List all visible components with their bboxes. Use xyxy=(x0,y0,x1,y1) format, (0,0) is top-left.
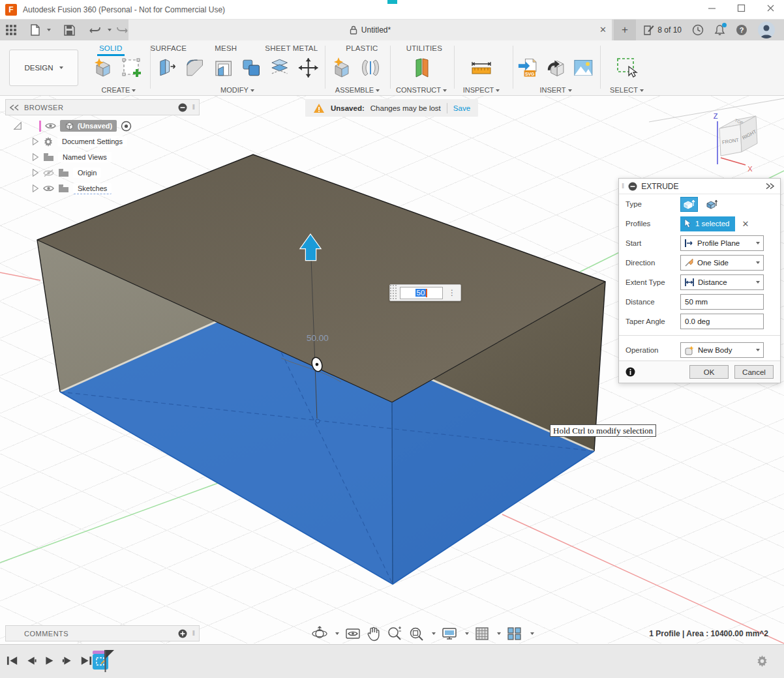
tab-utilities[interactable]: UTILITIES xyxy=(406,44,442,56)
timeline-position-marker[interactable] xyxy=(104,650,115,676)
comments-header[interactable]: COMMENTS ‖ xyxy=(5,625,200,641)
tab-mesh[interactable]: MESH xyxy=(215,44,237,56)
add-comment-icon[interactable] xyxy=(178,629,187,638)
dialog-collapse-icon[interactable] xyxy=(628,182,637,191)
fit-icon[interactable] xyxy=(408,626,424,641)
collapse-left-icon[interactable] xyxy=(10,104,19,111)
timeline-go-to-start-button[interactable] xyxy=(7,655,18,666)
minimize-button[interactable] xyxy=(706,3,717,14)
type-extrude-solid-button[interactable] xyxy=(680,197,698,212)
orbit-icon[interactable] xyxy=(312,626,327,641)
look-at-icon[interactable] xyxy=(345,626,361,641)
app-grid-icon[interactable] xyxy=(5,24,17,36)
insert-canvas-icon[interactable] xyxy=(572,56,595,80)
dimension-input[interactable]: 50 xyxy=(400,287,443,299)
taper-angle-input[interactable]: 0.0 deg xyxy=(680,314,764,329)
timeline-go-to-end-button[interactable] xyxy=(80,655,92,666)
job-status-clock-icon[interactable] xyxy=(692,24,704,36)
help-icon[interactable]: ? xyxy=(736,24,747,36)
fit-caret[interactable] xyxy=(432,632,436,635)
group-assemble[interactable]: ASSEMBLE xyxy=(330,86,385,94)
browser-item-document-settings[interactable]: Document Settings xyxy=(5,134,200,149)
new-tab-button[interactable]: + xyxy=(614,20,636,40)
root-document-item[interactable]: (Unsaved) xyxy=(60,120,117,132)
profiles-selected-badge[interactable]: 1 selected xyxy=(680,216,735,231)
activate-radio-icon[interactable] xyxy=(121,121,132,132)
group-inspect[interactable]: INSPECT xyxy=(457,86,506,94)
version-indicator[interactable]: 8 of 10 xyxy=(643,25,682,36)
display-settings-icon[interactable] xyxy=(442,626,457,641)
grid-caret[interactable] xyxy=(497,632,501,635)
offset-face-icon[interactable] xyxy=(268,56,291,80)
visibility-eye-icon[interactable] xyxy=(45,122,56,130)
user-avatar[interactable] xyxy=(758,22,775,38)
create-sketch-icon[interactable] xyxy=(120,56,143,80)
operation-dropdown[interactable]: New Body xyxy=(680,342,764,358)
browser-root-row[interactable]: (Unsaved) xyxy=(5,118,200,134)
viewports-icon[interactable] xyxy=(507,626,522,641)
maximize-button[interactable] xyxy=(736,3,747,14)
fillet-icon[interactable] xyxy=(183,56,206,80)
undo-caret[interactable] xyxy=(108,29,112,31)
panel-grip[interactable]: ‖ xyxy=(192,104,195,111)
timeline-play-button[interactable] xyxy=(44,655,55,666)
distance-input[interactable]: 50 mm xyxy=(680,294,764,310)
construct-plane-icon[interactable] xyxy=(410,56,433,80)
document-tab[interactable]: Untitled* ✕ xyxy=(128,20,612,40)
ok-button[interactable]: OK xyxy=(689,365,729,379)
close-button[interactable] xyxy=(765,3,776,14)
group-modify[interactable]: MODIFY xyxy=(155,86,320,94)
expand-arrow-icon[interactable] xyxy=(31,168,39,177)
expand-arrow-icon[interactable] xyxy=(31,184,39,193)
extent-type-dropdown[interactable]: Distance xyxy=(680,274,764,290)
group-create[interactable]: CREATE xyxy=(91,86,146,94)
press-pull-icon[interactable] xyxy=(155,56,178,80)
insert-mesh-icon[interactable] xyxy=(545,56,567,80)
pan-icon[interactable] xyxy=(367,626,381,641)
new-component-icon[interactable] xyxy=(330,56,354,80)
browser-item-origin[interactable]: Origin xyxy=(5,165,200,181)
undo-icon[interactable] xyxy=(89,25,101,35)
cancel-button[interactable]: Cancel xyxy=(734,365,774,379)
browser-item-named-views[interactable]: Named Views xyxy=(5,149,200,165)
tab-solid[interactable]: SOLID xyxy=(99,44,123,56)
dimension-drag-grip[interactable] xyxy=(390,285,398,301)
measure-icon[interactable] xyxy=(469,56,494,80)
start-dropdown[interactable]: Profile Plane xyxy=(680,235,764,251)
tab-sheet-metal[interactable]: SHEET METAL xyxy=(265,44,318,56)
browser-header[interactable]: BROWSER ‖ xyxy=(5,99,200,115)
expand-arrow-icon[interactable] xyxy=(31,153,39,162)
grid-settings-icon[interactable] xyxy=(475,626,489,641)
dimension-options-icon[interactable]: ⋮ xyxy=(443,288,460,297)
direction-dropdown[interactable]: One Side xyxy=(680,255,764,271)
insert-svg-icon[interactable]: SVG xyxy=(517,56,539,80)
save-icon[interactable] xyxy=(64,25,75,36)
timeline-step-back-button[interactable] xyxy=(25,655,37,666)
group-select[interactable]: SELECT xyxy=(604,86,650,94)
extrude-dialog-header[interactable]: ‖ EXTRUDE xyxy=(619,179,780,194)
tab-plastic[interactable]: PLASTIC xyxy=(346,44,378,56)
clear-selection-icon[interactable]: ✕ xyxy=(742,219,749,229)
visibility-eye-icon[interactable] xyxy=(43,184,54,192)
combine-icon[interactable] xyxy=(240,56,263,80)
file-menu-caret[interactable] xyxy=(47,29,51,31)
save-link[interactable]: Save xyxy=(453,104,470,112)
viewports-caret[interactable] xyxy=(530,632,534,635)
tab-close-icon[interactable]: ✕ xyxy=(599,25,607,35)
dialog-expand-icon[interactable] xyxy=(766,183,775,189)
expand-arrow-icon[interactable] xyxy=(31,137,39,146)
tab-surface[interactable]: SURFACE xyxy=(151,44,187,56)
group-construct[interactable]: CONSTRUCT xyxy=(395,86,447,94)
group-insert[interactable]: INSERT xyxy=(517,86,595,94)
root-expand-icon[interactable] xyxy=(13,121,22,130)
move-icon[interactable] xyxy=(297,56,320,80)
info-icon[interactable] xyxy=(626,367,635,377)
joint-icon[interactable] xyxy=(359,56,382,80)
design-workspace-selector[interactable]: DESIGN xyxy=(9,50,78,86)
zoom-icon[interactable] xyxy=(387,626,402,641)
select-icon[interactable] xyxy=(614,56,639,80)
new-solid-icon[interactable] xyxy=(91,56,115,80)
browser-item-sketches[interactable]: Sketches xyxy=(5,181,200,196)
dialog-grip[interactable]: ‖ xyxy=(622,183,624,190)
orbit-caret[interactable] xyxy=(335,632,339,635)
